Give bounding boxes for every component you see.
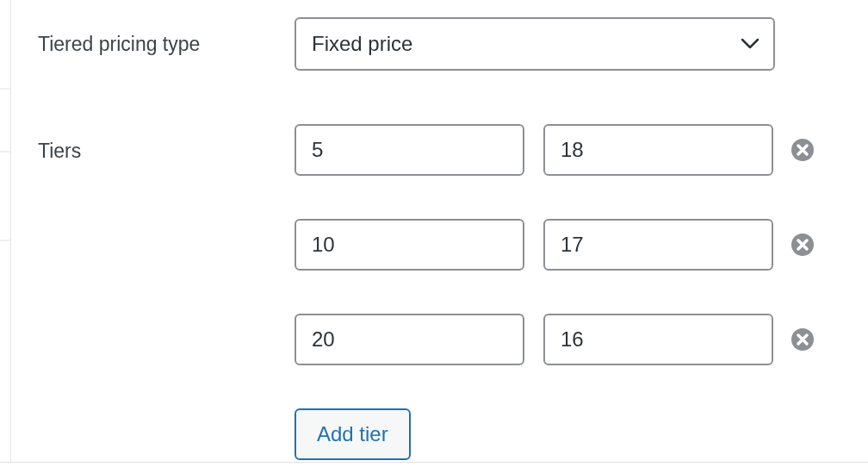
- tier-row: [294, 219, 868, 271]
- tier-price-input[interactable]: [543, 219, 773, 271]
- tier-price-input[interactable]: [543, 314, 773, 365]
- remove-tier-button[interactable]: [790, 138, 815, 162]
- pricing-type-label: Tiered pricing type: [38, 17, 294, 56]
- remove-icon: [790, 233, 815, 257]
- tier-row: [294, 314, 868, 365]
- chevron-down-icon: [741, 34, 760, 53]
- panel-border-bottom: [0, 462, 868, 463]
- remove-icon: [790, 138, 815, 162]
- tier-row: [294, 124, 868, 176]
- tier-price-input[interactable]: [543, 124, 773, 176]
- panel-border: [10, 0, 11, 462]
- remove-tier-button[interactable]: [790, 233, 815, 257]
- sidebar-tick: [0, 240, 10, 241]
- pricing-type-select[interactable]: Fixed price: [294, 17, 775, 71]
- tiers-label: Tiers: [38, 124, 294, 163]
- remove-icon: [790, 327, 815, 352]
- sidebar-tick: [0, 151, 10, 153]
- pricing-type-selected-value: Fixed price: [312, 32, 412, 56]
- sidebar-tick: [0, 88, 10, 90]
- remove-tier-button[interactable]: [790, 327, 815, 352]
- tier-quantity-input[interactable]: [294, 124, 524, 176]
- add-tier-button[interactable]: Add tier: [294, 408, 411, 460]
- tier-quantity-input[interactable]: [294, 314, 524, 365]
- tier-quantity-input[interactable]: [294, 219, 524, 271]
